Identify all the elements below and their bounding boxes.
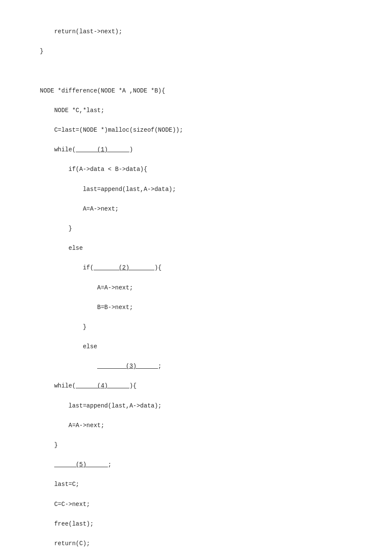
- blank-2: (2): [94, 264, 155, 271]
- line-func-decl: NODE *difference(NODE *A ,NODE *B){: [40, 87, 165, 94]
- line-b-next1: B=B->next;: [40, 304, 133, 311]
- line-malloc: C=last=(NODE *)malloc(sizeof(NODE));: [40, 127, 183, 133]
- line-append1: last=append(last,A->data);: [40, 186, 176, 193]
- line-while2: while( (4) ){: [40, 382, 137, 389]
- line-if2: if( (2) ){: [40, 264, 162, 271]
- line-close2: }: [40, 225, 72, 232]
- line-close1: }: [40, 48, 43, 55]
- line-else2: else: [40, 343, 97, 350]
- line-else1: else: [40, 245, 83, 251]
- blank-5: (5): [54, 461, 108, 468]
- main-content: return(last->next); } NODE *difference(N…: [26, 17, 366, 555]
- line-a-next2: A=A->next;: [40, 284, 133, 291]
- line-last-c: last=C;: [40, 481, 79, 488]
- line-blank5: (5) ;: [40, 461, 112, 468]
- line-blank3: (3) ;: [40, 363, 162, 370]
- line-return-c: return(C);: [40, 540, 90, 547]
- line-node-decl: NODE *C,*last;: [40, 107, 104, 114]
- line-close3: }: [40, 324, 86, 330]
- line-close4: }: [40, 442, 58, 448]
- line-if-data: if(A->data < B->data){: [40, 166, 147, 173]
- line-while1: while( (1) ): [40, 146, 133, 153]
- blank-3: (3): [97, 363, 158, 370]
- blank-1: (1): [76, 146, 130, 153]
- line-a-next1: A=A->next;: [40, 205, 119, 212]
- code-section: return(last->next); } NODE *difference(N…: [26, 17, 366, 555]
- line-append2: last=append(last,A->data);: [40, 402, 162, 409]
- line-return: return(last->next);: [40, 28, 122, 35]
- line-free: free(last);: [40, 520, 94, 527]
- blank-4: (4): [76, 382, 130, 389]
- line-c-next: C=C->next;: [40, 501, 90, 508]
- line-a-next3: A=A->next;: [40, 422, 104, 429]
